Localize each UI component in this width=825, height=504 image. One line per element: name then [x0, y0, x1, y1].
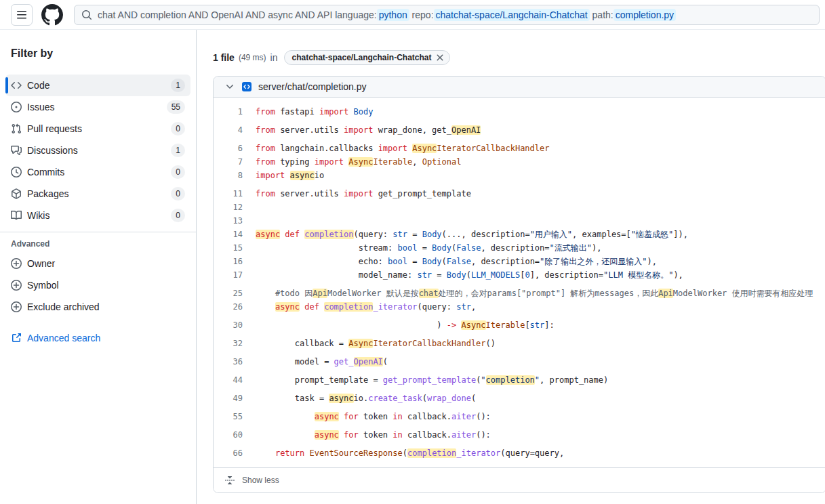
search-input[interactable]: chat AND completion AND OpenAI AND async… [74, 5, 820, 25]
line-number[interactable]: 49 [214, 392, 243, 405]
line-number[interactable]: 16 [214, 255, 243, 268]
code-token: str [417, 270, 432, 280]
line-number[interactable]: 6 [214, 142, 243, 155]
code-token [339, 412, 344, 421]
advanced-search-link[interactable]: Advanced search [11, 333, 185, 343]
code-token: , description= [481, 243, 549, 253]
code-token: IteratorCallbackHandler [437, 144, 549, 153]
advanced-item-owner[interactable]: Owner [5, 253, 190, 274]
code-token: import [344, 125, 378, 135]
code-token: fastapi [280, 107, 319, 117]
line-number[interactable]: 26 [214, 300, 243, 314]
code-token: 0 [525, 270, 529, 280]
sidebar-item-discussions[interactable]: Discussions1 [5, 140, 190, 161]
sidebar-item-wikis[interactable]: Wikis0 [5, 205, 190, 226]
line-number[interactable]: 8 [214, 169, 243, 182]
code-token: typing [280, 157, 315, 167]
code-token: io [315, 171, 324, 180]
line-number[interactable]: 14 [214, 228, 243, 241]
search-match-highlight: async [290, 171, 315, 180]
count-badge: 55 [167, 100, 185, 114]
sidebar-item-pull-requests[interactable]: Pull requests0 [5, 118, 190, 140]
show-less-label: Show less [242, 476, 279, 485]
code-line: 30 ) -> AsyncIterable[str]: [214, 318, 825, 332]
code-token: ), [673, 270, 683, 280]
search-match-highlight: async [315, 430, 339, 440]
line-number[interactable]: 13 [214, 214, 243, 228]
github-logo[interactable] [41, 4, 63, 26]
line-number[interactable]: 15 [214, 241, 243, 255]
line-number[interactable]: 4 [214, 123, 243, 137]
filter-sidebar: Filter by Code1Issues55Pull requests0Dis… [0, 30, 197, 504]
line-number[interactable]: 1 [214, 105, 243, 119]
code-line: 44 prompt_template = get_prompt_template… [214, 373, 825, 387]
line-number[interactable]: 25 [214, 287, 243, 300]
code-token: def [285, 230, 304, 239]
line-number[interactable]: 55 [214, 410, 243, 423]
code-text: import asyncio [243, 169, 324, 182]
code-token: get_prompt_template [383, 375, 476, 385]
code-token: False [447, 257, 471, 266]
line-number[interactable]: 11 [214, 187, 243, 201]
comment-discussion-icon [11, 145, 22, 156]
code-line: 4from server.utils import wrap_done, get… [214, 123, 825, 137]
code-token: langchain.callbacks [280, 144, 378, 153]
menu-button[interactable] [11, 4, 33, 26]
line-number[interactable]: 7 [214, 155, 243, 169]
line-number[interactable]: 30 [214, 318, 243, 332]
code-text: model_name: str = Body(LLM_MODELS[0], de… [243, 268, 683, 282]
count-badge: 0 [171, 187, 185, 201]
count-badge: 0 [171, 122, 185, 135]
search-match-highlight: async [329, 394, 353, 403]
code-token: (query: [354, 230, 393, 239]
sidebar-item-issues[interactable]: Issues55 [5, 96, 190, 118]
line-number[interactable]: 17 [214, 268, 243, 282]
repo-filter-chip[interactable]: chatchat-space/Langchain-Chatchat [284, 50, 449, 65]
code-token: ]), [673, 230, 688, 239]
show-less-button[interactable]: Show less [214, 467, 825, 492]
code-token: ), [592, 243, 601, 253]
code-token: _iterator [456, 448, 500, 458]
plus-circle-icon [11, 280, 22, 291]
sidebar-item-label: Pull requests [27, 123, 82, 134]
code-token: for [344, 412, 359, 421]
code-token: Iterable [486, 320, 525, 330]
sidebar-item-packages[interactable]: Packages0 [5, 183, 190, 205]
search-term: path: [590, 9, 613, 20]
line-number[interactable]: 36 [214, 355, 243, 369]
line-number[interactable]: 12 [214, 201, 243, 214]
count-badge: 0 [171, 165, 185, 179]
advanced-item-symbol[interactable]: Symbol [5, 274, 190, 296]
top-bar: chat AND completion AND OpenAI AND async… [0, 0, 825, 30]
code-text: stream: bool = Body(False, description="… [243, 241, 601, 255]
advanced-item-label: Exclude archived [27, 301, 100, 312]
file-path-link[interactable]: server/chat/completion.py [258, 81, 367, 92]
filter-list: Code1Issues55Pull requests0Discussions1C… [0, 75, 196, 226]
fold-icon [224, 475, 235, 486]
sidebar-item-code[interactable]: Code1 [5, 75, 190, 96]
line-number[interactable]: 32 [214, 337, 243, 350]
code-token: ( [422, 394, 427, 403]
code-token: ) [256, 320, 447, 330]
code-token: (): [476, 412, 491, 421]
search-match-highlight: completion [324, 302, 373, 312]
code-line: 15 stream: bool = Body(False, descriptio… [214, 241, 825, 255]
close-icon[interactable] [435, 52, 445, 63]
search-qualifier-value: chatchat-space/Langchain-Chatchat [434, 9, 590, 21]
advanced-item-exclude-archived[interactable]: Exclude archived [5, 296, 190, 318]
code-token: = [417, 243, 432, 253]
code-token: = [432, 270, 447, 280]
code-token: model_name: [256, 270, 417, 280]
chevron-down-icon[interactable] [224, 81, 235, 92]
line-number[interactable]: 44 [214, 373, 243, 387]
code-text: from server.utils import get_prompt_temp… [243, 187, 471, 201]
code-text: ) -> AsyncIterable[str]: [243, 318, 555, 332]
code-token: "除了输出之外，还回显输入" [540, 257, 647, 266]
line-number[interactable]: 66 [214, 446, 243, 460]
code-token: server.utils [280, 189, 344, 198]
code-token: callback = [256, 339, 348, 348]
code-token: token [359, 430, 393, 440]
sidebar-item-commits[interactable]: Commits0 [5, 161, 190, 183]
code-line: 16 echo: bool = Body(False, description=… [214, 255, 825, 268]
line-number[interactable]: 60 [214, 428, 243, 442]
